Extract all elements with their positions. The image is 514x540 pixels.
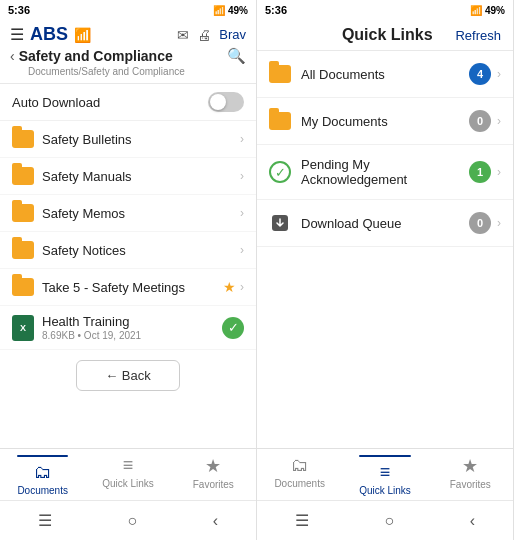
list-item[interactable]: Safety Notices › [0,232,256,269]
left-bottom-nav: 🗂 Documents ≡ Quick Links ★ Favorites [0,448,256,500]
nav-label-documents: Documents [274,478,325,489]
documents-nav-icon: 🗂 [34,462,52,483]
ql-item-pending-acknowledgement[interactable]: ✓ Pending My Acknowledgement 1 › [257,145,513,200]
nav-item-documents[interactable]: 🗂 Documents [257,449,342,500]
chevron-right-icon: › [240,243,244,257]
left-panel: 5:36 📶 49% ☰ ABS 📶 ✉ 🖨 Brav ‹ Safety and… [0,0,257,540]
favorites-nav-icon: ★ [205,455,221,477]
chevron-right-icon: › [240,206,244,220]
quicklinks-nav-icon: ≡ [123,455,134,476]
file-meta: 8.69KB • Oct 19, 2021 [42,330,222,341]
page-title: Safety and Compliance [19,48,173,64]
folder-icon [269,112,291,130]
signal-icon-right: 📶 [470,5,482,16]
chevron-right-icon: › [497,216,501,230]
nav-label-quicklinks: Quick Links [359,485,411,496]
chevron-right-icon: › [240,132,244,146]
right-panel-title: Quick Links [319,26,455,44]
back-button[interactable]: ← Back [76,360,180,391]
signal-icon: 📶 [213,5,225,16]
ql-item-download-queue[interactable]: Download Queue 0 › [257,200,513,247]
right-bottom-nav: 🗂 Documents ≡ Quick Links ★ Favorites [257,448,513,500]
brav-label[interactable]: Brav [219,27,246,42]
auto-download-label: Auto Download [12,95,100,110]
printer-icon[interactable]: 🖨 [197,27,211,43]
list-item[interactable]: Safety Bulletins › [0,121,256,158]
download-icon [269,212,291,234]
right-header: Quick Links Refresh [257,20,513,51]
brand-logo: ABS [30,24,68,45]
badge-count: 1 [469,161,491,183]
nav-item-quicklinks[interactable]: ≡ Quick Links [85,449,170,500]
file-info: Health Training 8.69KB • Oct 19, 2021 [42,314,222,341]
quicklinks-nav-icon: ≡ [380,462,391,483]
badge-count: 0 [469,110,491,132]
nav-label-favorites: Favorites [450,479,491,490]
item-label: Safety Bulletins [42,132,240,147]
breadcrumb: Documents/Safety and Compliance [28,66,246,77]
right-time: 5:36 [265,4,287,16]
battery-icon-right: 49% [485,5,505,16]
complete-icon: ✓ [222,317,244,339]
auto-download-toggle[interactable] [208,92,244,112]
star-icon: ★ [223,279,236,295]
system-menu-icon[interactable]: ☰ [279,507,325,534]
nav-item-documents[interactable]: 🗂 Documents [0,449,85,500]
nav-label-documents: Documents [17,485,68,496]
left-header: ☰ ABS 📶 ✉ 🖨 Brav ‹ Safety and Compliance… [0,20,256,84]
list-item[interactable]: Safety Memos › [0,195,256,232]
auto-download-row: Auto Download [0,84,256,121]
right-status-bar: 5:36 📶 49% [257,0,513,20]
messages-icon[interactable]: ✉ [177,27,189,43]
documents-nav-icon: 🗂 [291,455,309,476]
menu-icon[interactable]: ☰ [10,25,24,44]
right-status-icons: 📶 49% [470,5,505,16]
system-home-icon[interactable]: ○ [368,508,410,534]
ql-label: All Documents [301,67,469,82]
system-home-icon[interactable]: ○ [111,508,153,534]
battery-icon: 49% [228,5,248,16]
left-status-icons: 📶 49% [213,5,248,16]
chevron-right-icon: › [240,280,244,294]
folder-icon [12,130,34,148]
item-label: Safety Memos [42,206,240,221]
system-back-icon[interactable]: ‹ [454,508,491,534]
left-status-bar: 5:36 📶 49% [0,0,256,20]
system-menu-icon[interactable]: ☰ [22,507,68,534]
list-item[interactable]: Safety Manuals › [0,158,256,195]
excel-icon: X [12,315,34,341]
nav-label-favorites: Favorites [193,479,234,490]
left-time: 5:36 [8,4,30,16]
search-icon[interactable]: 🔍 [227,47,246,65]
item-label: Take 5 - Safety Meetings [42,280,223,295]
nav-item-favorites[interactable]: ★ Favorites [171,449,256,500]
folder-icon [12,241,34,259]
folder-icon [269,65,291,83]
nav-item-quicklinks[interactable]: ≡ Quick Links [342,449,427,500]
back-nav-icon[interactable]: ‹ [10,48,15,64]
item-label: Safety Manuals [42,169,240,184]
nav-label-quicklinks: Quick Links [102,478,154,489]
ql-label: Download Queue [301,216,469,231]
badge-count: 0 [469,212,491,234]
file-name: Health Training [42,314,222,329]
right-panel: 5:36 📶 49% Quick Links Refresh All Docum… [257,0,514,540]
chevron-right-icon: › [497,114,501,128]
ql-label: Pending My Acknowledgement [301,157,469,187]
refresh-button[interactable]: Refresh [455,28,501,43]
list-item[interactable]: X Health Training 8.69KB • Oct 19, 2021 … [0,306,256,350]
list-item[interactable]: Take 5 - Safety Meetings ★ › [0,269,256,306]
wifi-icon: 📶 [74,27,91,43]
right-system-nav: ☰ ○ ‹ [257,500,513,540]
folder-icon [12,167,34,185]
system-back-icon[interactable]: ‹ [197,508,234,534]
nav-item-favorites[interactable]: ★ Favorites [428,449,513,500]
chevron-right-icon: › [497,67,501,81]
item-label: Safety Notices [42,243,240,258]
badge-count: 4 [469,63,491,85]
folder-icon [12,204,34,222]
chevron-right-icon: › [497,165,501,179]
ql-item-my-documents[interactable]: My Documents 0 › [257,98,513,145]
chevron-right-icon: › [240,169,244,183]
ql-item-all-documents[interactable]: All Documents 4 › [257,51,513,98]
